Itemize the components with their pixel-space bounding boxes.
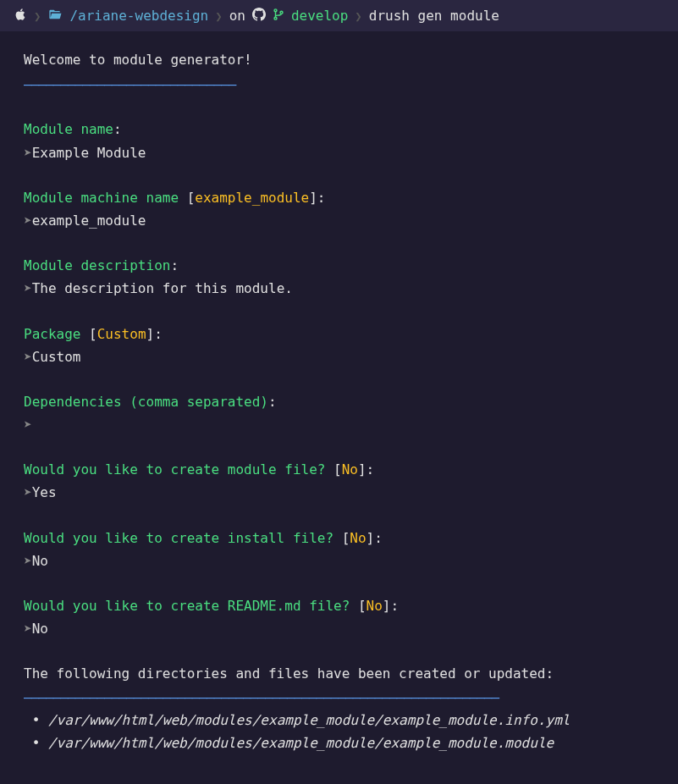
svg-point-2: [280, 11, 283, 14]
branch-icon: [273, 8, 284, 25]
branch-name: develop: [291, 8, 348, 24]
answer-text: The description for this module.: [32, 280, 293, 296]
arrow-icon: ➤: [24, 213, 32, 229]
header-on: on: [229, 8, 245, 24]
prompt-install-file: Would you like to create install file? […: [24, 527, 661, 572]
bullet-icon: •: [24, 735, 48, 751]
answer-text: Custom: [32, 349, 81, 365]
svg-point-0: [274, 8, 277, 11]
prompt-machine-name: Module machine name [example_module]: ➤e…: [24, 186, 661, 232]
arrow-icon: ➤: [24, 417, 32, 433]
file-path: /var/www/html/web/modules/example_module…: [48, 735, 554, 751]
colon: :: [113, 121, 122, 137]
bullet-icon: •: [24, 712, 48, 728]
bracket: ]:: [358, 461, 374, 478]
prompt-label: Module name: [24, 121, 113, 137]
apple-icon: [14, 7, 27, 25]
prompt-label: Dependencies (comma separated): [24, 394, 268, 410]
terminal-content: Welcome to module generator! –––––––––––…: [0, 31, 678, 771]
bracket: [: [358, 598, 367, 614]
prompt-package: Package [Custom]: ➤Custom: [24, 323, 661, 368]
colon: :: [170, 257, 179, 273]
arrow-icon: ➤: [24, 145, 32, 161]
answer-text: No: [32, 621, 48, 637]
prompt-label: Would you like to create README.md file?: [24, 598, 350, 614]
colon: :: [268, 394, 277, 410]
welcome-text: Welcome to module generator!: [24, 48, 661, 71]
arrow-icon: ➤: [24, 553, 32, 569]
bracket: [: [187, 190, 196, 206]
default-value: example_module: [195, 190, 309, 206]
chevron-icon: ❯: [34, 9, 41, 23]
answer-text: example_module: [32, 213, 146, 229]
prompt-dependencies: Dependencies (comma separated): ➤: [24, 390, 661, 436]
answer-text: Yes: [32, 484, 57, 500]
bracket: [: [342, 530, 350, 546]
file-path: /var/www/html/web/modules/example_module…: [48, 712, 571, 728]
bracket: ]:: [383, 598, 399, 614]
prompt-label: Module description: [24, 257, 170, 273]
default-value: No: [367, 598, 383, 614]
arrow-icon: ➤: [24, 484, 32, 500]
terminal-header: ❯ /ariane-webdesign ❯ on develop ❯ drush…: [0, 0, 678, 31]
arrow-icon: ➤: [24, 280, 32, 296]
folder-icon: [47, 8, 63, 25]
welcome-underline: –––––––––––––––––––––––––––––: [24, 73, 661, 96]
prompt-module-file: Would you like to create module file? [N…: [24, 458, 661, 504]
default-value: Custom: [97, 326, 146, 342]
arrow-icon: ➤: [24, 349, 32, 365]
chevron-icon: ❯: [215, 9, 222, 23]
result-header: The following directories and files have…: [24, 662, 661, 685]
bracket: ]:: [309, 190, 325, 206]
default-value: No: [350, 530, 366, 546]
default-value: No: [342, 461, 358, 478]
command-text[interactable]: drush gen module: [369, 8, 499, 24]
answer-text: No: [32, 553, 48, 569]
prompt-label: Would you like to create install file?: [24, 530, 333, 546]
prompt-label: Would you like to create module file?: [24, 461, 325, 478]
prompt-label: Package: [24, 326, 80, 342]
bracket: [: [333, 461, 342, 478]
result-underline: ––––––––––––––––––––––––––––––––––––––––…: [24, 686, 661, 709]
file-created: • /var/www/html/web/modules/example_modu…: [24, 709, 661, 732]
answer-text: Example Module: [32, 145, 146, 161]
prompt-module-name: Module name: ➤Example Module: [24, 118, 661, 163]
prompt-label: Module machine name: [24, 190, 179, 206]
file-created: • /var/www/html/web/modules/example_modu…: [24, 732, 661, 754]
github-icon: [252, 8, 266, 25]
bracket: [: [89, 326, 97, 342]
prompt-readme-file: Would you like to create README.md file?…: [24, 594, 661, 640]
svg-point-1: [274, 17, 277, 19]
bracket: ]:: [146, 326, 163, 342]
bracket: ]:: [367, 530, 383, 546]
chevron-icon: ❯: [355, 9, 361, 23]
prompt-description: Module description: ➤The description for…: [24, 254, 661, 300]
header-path: /ariane-webdesign: [69, 8, 208, 24]
arrow-icon: ➤: [24, 621, 32, 637]
